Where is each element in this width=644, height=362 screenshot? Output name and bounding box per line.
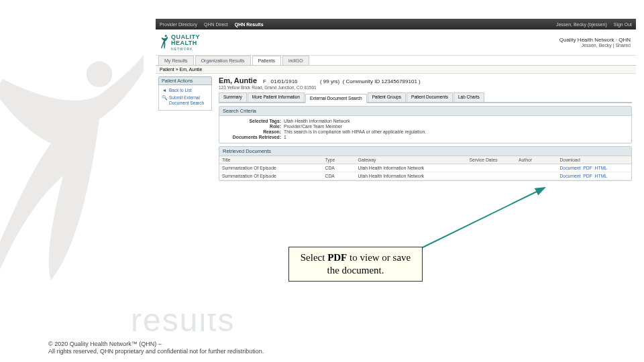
logo-icon (161, 34, 169, 50)
tab-more-info[interactable]: More Patient Information (248, 93, 305, 102)
doc-service-dates (466, 172, 516, 180)
patient-sex: F (263, 78, 266, 84)
criteria-value: Utah Health Information Network (284, 119, 350, 123)
download-pdf-link[interactable]: PDF (583, 174, 592, 178)
logo-text: QUALITY HEALTH NETWORK (171, 34, 200, 51)
patient-header: Em, Auntie F 01/01/1916 ( 99 yrs) ( Comm… (219, 76, 632, 84)
header-right: Quality Health Network · QHN Jessen, Bec… (559, 37, 631, 48)
download-html-link[interactable]: HTML (595, 166, 608, 170)
topnav-qhn-results[interactable]: QHN Results (235, 22, 264, 27)
documents-table: Title Type Gateway Service Dates Author … (219, 156, 631, 180)
primary-tabs: My Results Organization Results Patients… (156, 56, 636, 66)
doc-service-dates (466, 164, 516, 172)
doc-download: Document PDF HTML (557, 172, 631, 180)
topbar: Provider Directory QHN Direct QHN Result… (156, 19, 636, 29)
patient-name: Em, Auntie (219, 76, 257, 84)
doc-gateway: Utah Health Information Network (356, 172, 467, 180)
col-type: Type (323, 156, 356, 164)
col-author: Author (516, 156, 557, 164)
table-row: Summarization Of Episode CDA Utah Health… (219, 164, 631, 172)
doc-gateway: Utah Health Information Network (356, 164, 467, 172)
doc-title: Summarization Of Episode (219, 164, 323, 172)
annotation-arrow (411, 182, 551, 256)
criteria-label: Reason: (223, 129, 284, 134)
tab-my-results[interactable]: My Results (158, 56, 194, 65)
col-service-dates: Service Dates (466, 156, 516, 164)
table-row: Summarization Of Episode CDA Utah Health… (219, 172, 631, 180)
patient-age: ( 99 yrs) (320, 78, 339, 84)
callout-text-before: Select (301, 252, 327, 263)
svg-point-1 (165, 35, 167, 37)
search-criteria-body: Selected Tags: Utah Health Information N… (219, 116, 631, 143)
sidebar-item-back[interactable]: ◄ Back to List (162, 88, 209, 93)
tab-indigo[interactable]: indiGO (282, 56, 309, 65)
topbar-left: Provider Directory QHN Direct QHN Result… (160, 22, 264, 27)
logo: QUALITY HEALTH NETWORK (161, 32, 215, 52)
doc-type: CDA (323, 172, 356, 180)
footer-line2: All rights reserved, QHN proprietary and… (48, 348, 264, 355)
criteria-row: Reason: This search is in compliance wit… (223, 129, 627, 134)
retrieved-documents-section: Retrieved Documents Title Type Gateway S… (219, 146, 632, 181)
col-title: Title (219, 156, 323, 164)
doc-title: Summarization Of Episode (219, 172, 323, 180)
callout-text-bold: PDF (327, 252, 347, 263)
tab-external-doc-search[interactable]: External Document Search (305, 94, 367, 103)
topnav-provider-directory[interactable]: Provider Directory (160, 22, 197, 27)
search-criteria-title: Search Criteria (219, 107, 631, 116)
criteria-value: This search is in compliance with HIPAA … (284, 129, 426, 134)
criteria-label: Documents Retrieved: (223, 135, 284, 139)
patient-dob: 01/01/1916 (271, 78, 298, 84)
sidebar-body: ◄ Back to List 🔍 Submit External Documen… (158, 85, 212, 111)
topnav-qhn-direct[interactable]: QHN Direct (204, 22, 228, 27)
tab-lab-charts[interactable]: Lab Charts (453, 93, 484, 102)
col-download: Download (557, 156, 631, 164)
main-area: Patient Actions ◄ Back to List 🔍 Submit … (156, 74, 636, 184)
criteria-row: Documents Retrieved: 1 (223, 135, 627, 139)
watermark-figure (0, 47, 161, 288)
tab-patient-documents[interactable]: Patient Documents (407, 93, 453, 102)
retrieved-documents-title: Retrieved Documents (219, 147, 631, 156)
criteria-row: Selected Tags: Utah Health Information N… (223, 119, 627, 123)
back-arrow-icon: ◄ (162, 88, 167, 93)
header-row: QUALITY HEALTH NETWORK Quality Health Ne… (156, 29, 636, 56)
sidebar: Patient Actions ◄ Back to List 🔍 Submit … (156, 74, 215, 184)
topbar-right: Jessen, Becky (bjessen) Sign Out (556, 22, 632, 27)
criteria-value: Provider/Care Team Member (284, 124, 342, 129)
download-html-link[interactable]: HTML (595, 174, 608, 178)
doc-author (516, 164, 557, 172)
sidebar-item-submit-search[interactable]: 🔍 Submit External Document Search (162, 95, 209, 105)
sidebar-title: Patient Actions (158, 76, 212, 85)
download-document-link[interactable]: Document (559, 166, 580, 170)
copyright-footer: © 2020 Quality Health Network™ (QHN) – A… (48, 341, 264, 355)
tab-patients[interactable]: Patients (252, 56, 281, 65)
sign-out-link[interactable]: Sign Out (614, 22, 632, 27)
criteria-label: Role: (223, 124, 284, 129)
brand-title: Quality Health Network · QHN (559, 37, 631, 43)
tab-org-results[interactable]: Organization Results (195, 56, 251, 65)
svg-line-2 (419, 188, 545, 249)
doc-author (516, 172, 557, 180)
user-label[interactable]: Jessen, Becky (bjessen) (556, 22, 607, 27)
patient-community-id: ( Community ID 123456789101 ) (343, 78, 421, 84)
col-gateway: Gateway (356, 156, 467, 164)
instruction-callout: Select PDF to view or save the document. (288, 247, 423, 282)
content: Em, Auntie F 01/01/1916 ( 99 yrs) ( Comm… (215, 74, 636, 184)
sidebar-item-label: Back to List (169, 88, 192, 93)
patient-address: 123 Yellow Brick Road, Grand Junction, C… (219, 85, 632, 90)
tab-summary[interactable]: Summary (219, 93, 247, 102)
download-pdf-link[interactable]: PDF (583, 166, 592, 170)
tab-patient-groups[interactable]: Patient Groups (368, 93, 406, 102)
secondary-tabs: Summary More Patient Information Externa… (219, 93, 632, 103)
svg-point-0 (87, 62, 112, 87)
user-context: Jessen, Becky | Shared (559, 43, 631, 48)
criteria-value: 1 (284, 135, 286, 139)
doc-download: Document PDF HTML (557, 164, 631, 172)
criteria-label: Selected Tags: (223, 119, 284, 123)
criteria-row: Role: Provider/Care Team Member (223, 124, 627, 129)
sidebar-item-label: Submit External Document Search (169, 95, 209, 105)
download-document-link[interactable]: Document (559, 174, 580, 178)
search-criteria-section: Search Criteria Selected Tags: Utah Heal… (219, 106, 632, 143)
doc-type: CDA (323, 164, 356, 172)
breadcrumb: Patient » Em, Auntie (156, 66, 636, 74)
footer-line1: © 2020 Quality Health Network™ (QHN) – (48, 341, 264, 348)
